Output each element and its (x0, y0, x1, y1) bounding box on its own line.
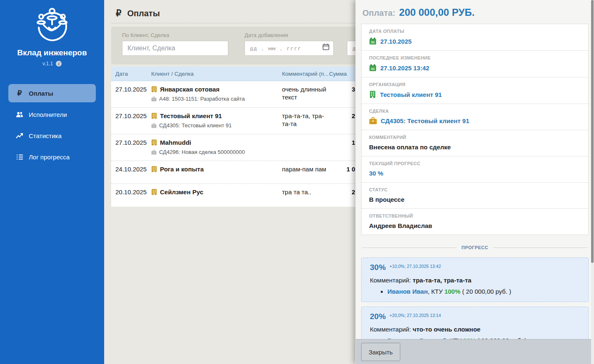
row-date: 27.10.2025 (111, 112, 151, 134)
deal-name: СД4305: Тестовый клиент 91 (159, 122, 232, 129)
contributor-name[interactable]: Иванов Иван (387, 288, 428, 295)
table-row[interactable]: 27.10.2025 Mahmuddi СД4296: Новая сделка… (111, 134, 361, 161)
field-current-progress: ТЕКУЩИЙ ПРОГРЕСС 30 % (362, 156, 588, 183)
sidebar-nav: ₽ Оплаты Исполнители Статистика (0, 84, 104, 166)
deal-name: A48: 1503-1151: Разработка сайта (159, 96, 245, 102)
row-client-deal: Рога и копыта (151, 166, 282, 183)
sidebar-item-payments[interactable]: ₽ Оплаты (8, 84, 96, 102)
payment-amount: 200 000,00 РУБ. (399, 7, 474, 18)
deal-link[interactable]: СД4305: Тестовый клиент 91 (381, 117, 469, 124)
calendar-icon: 31 (369, 37, 377, 45)
panel-scrollbar[interactable] (591, 0, 594, 364)
row-comment (282, 139, 329, 161)
calendar-icon: 31 (369, 64, 377, 72)
scrollbar-thumb[interactable] (591, 0, 594, 263)
sidebar-item-label: Исполнители (29, 111, 67, 118)
list-log-icon (16, 154, 23, 160)
progress-comment: Комментарий: тра-та-та, тра-та-та (370, 277, 580, 284)
ruble-icon: ₽ (116, 8, 121, 18)
version-row: v.1.1 i (0, 61, 104, 67)
payments-table: Дата Клиент / Сделка Комментарий (п... С… (111, 67, 361, 207)
field-organization: ОРГАНИЗАЦИЯ Тестовый клиент 91 (362, 77, 588, 104)
progress-percent: 20% (370, 312, 386, 321)
version-label: v.1.1 (42, 61, 53, 67)
col-header-comment[interactable]: Комментарий (п... (282, 71, 329, 77)
table-row[interactable]: 27.10.2025 Тестовый клиент 91 СД4305: Те… (111, 108, 361, 134)
row-date: 24.10.2025 (111, 166, 151, 183)
row-client-deal: Mahmuddi СД4296: Новая сделка 500000000 (151, 139, 282, 161)
client-building-icon (151, 86, 157, 92)
sidebar: Вклад инженеров v.1.1 i ₽ Оплаты Исполни… (0, 0, 104, 364)
contributor-list: Иванов Иван, КТУ 100% ( 20 000,00 руб. ) (387, 288, 580, 295)
field-deal: СДЕЛКА СД4305: Тестовый клиент 91 (362, 104, 588, 130)
row-client-deal: Январская сотовая A48: 1503-1151: Разраб… (151, 86, 282, 107)
row-comment: очень длинный текст (282, 86, 329, 107)
payment-details-card: ДАТА ОПЛАТЫ 31 27.10.2025 ПОСЛЕДНЕЕ ИЗМЕ… (361, 24, 589, 235)
client-name: Тестовый клиент 91 (160, 112, 222, 119)
client-name: Рога и копыта (160, 166, 204, 173)
client-name: Mahmuddi (160, 139, 191, 146)
col-header-date[interactable]: Дата (111, 71, 151, 77)
client-building-icon (151, 189, 157, 195)
last-modified-value: 27.10.2025 13:42 (380, 64, 429, 72)
row-client-deal: Сейлзмен Рус (151, 188, 282, 207)
svg-text:31: 31 (371, 40, 375, 44)
field-last-modified: ПОСЛЕДНЕЕ ИЗМЕНЕНИЕ 31 27.10.2025 13:42 (362, 51, 588, 77)
payment-detail-panel: Оплата: 200 000,00 РУБ. ДАТА ОПЛАТЫ 31 2… (355, 0, 594, 364)
row-comment: тра-та-та, тра-та-та (282, 112, 329, 134)
info-icon[interactable]: i (56, 61, 62, 67)
organization-link[interactable]: Тестовый клиент 91 (380, 91, 442, 98)
sidebar-item-statistics[interactable]: Статистика (0, 126, 104, 145)
page-title: Оплаты (127, 9, 160, 18)
date-filter-group: Дата добавления (245, 32, 334, 56)
deal-briefcase-icon (151, 97, 157, 102)
organization-building-icon (369, 91, 376, 98)
client-filter-label: По Клиент, Сделка (122, 32, 228, 38)
payment-date-value: 27.10.2025 (380, 38, 412, 45)
row-date: 27.10.2025 (111, 86, 151, 107)
table-row[interactable]: 20.10.2025 Сейлзмен Рус тра та та.. 20 (111, 184, 361, 207)
progress-entry: 30% +10,0%; 27.10.2025 13:42 Комментарий… (361, 258, 589, 302)
app-title: Вклад инженеров (0, 48, 104, 57)
deal-briefcase-icon (151, 123, 157, 128)
client-building-icon (151, 113, 157, 119)
chart-line-icon (16, 133, 23, 139)
panel-footer: Закрыть (356, 339, 594, 364)
table-row[interactable]: 24.10.2025 Рога и копыта парам-пам пам 1… (111, 161, 361, 184)
contributor-item: Иванов Иван, КТУ 100% ( 20 000,00 руб. ) (387, 288, 580, 295)
progress-section-divider: ПРОГРЕСС (362, 245, 588, 250)
progress-entry: 20% +20,0%; 27.10.2025 13:14 Комментарий… (361, 307, 589, 339)
close-button[interactable]: Закрыть (361, 343, 400, 361)
sidebar-item-executors[interactable]: Исполнители (0, 105, 104, 124)
progress-meta: +20,0%; 27.10.2025 13:14 (389, 313, 441, 318)
deal-briefcase-icon (151, 150, 157, 155)
engineers-logo-icon (33, 6, 71, 44)
col-header-client-deal[interactable]: Клиент / Сделка (151, 71, 282, 77)
sidebar-item-progress-log[interactable]: Лог прогресса (0, 148, 104, 166)
deal-name: СД4296: Новая сделка 500000000 (159, 149, 245, 155)
sidebar-item-label: Статистика (29, 132, 62, 139)
client-filter-input[interactable] (122, 41, 228, 56)
row-date: 27.10.2025 (111, 139, 151, 161)
progress-meta: +10,0%; 27.10.2025 13:42 (389, 264, 441, 269)
app-logo (0, 0, 104, 44)
progress-section-label: ПРОГРЕСС (462, 245, 488, 250)
date-from-input[interactable] (245, 41, 334, 56)
client-filter-group: По Клиент, Сделка (122, 32, 228, 56)
client-name: Сейлзмен Рус (160, 188, 203, 196)
date-filter-label: Дата добавления (245, 32, 334, 38)
row-comment: парам-пам пам (282, 166, 329, 183)
users-icon (16, 111, 23, 118)
comment-value: Внесена оплата по сделке (369, 144, 451, 151)
field-comment: КОММЕНТАРИЙ Внесена оплата по сделке (362, 130, 588, 156)
client-building-icon (151, 166, 157, 172)
row-date: 20.10.2025 (111, 188, 151, 207)
client-name: Январская сотовая (160, 86, 220, 93)
svg-text:31: 31 (371, 67, 375, 71)
sidebar-item-label: Оплаты (29, 90, 53, 97)
table-row[interactable]: 27.10.2025 Январская сотовая A48: 1503-1… (111, 81, 361, 108)
progress-percent: 30% (370, 263, 386, 272)
sidebar-item-label: Лог прогресса (29, 154, 70, 161)
contributor-ktu: 100% (444, 288, 460, 295)
table-header: Дата Клиент / Сделка Комментарий (п... С… (111, 67, 361, 81)
